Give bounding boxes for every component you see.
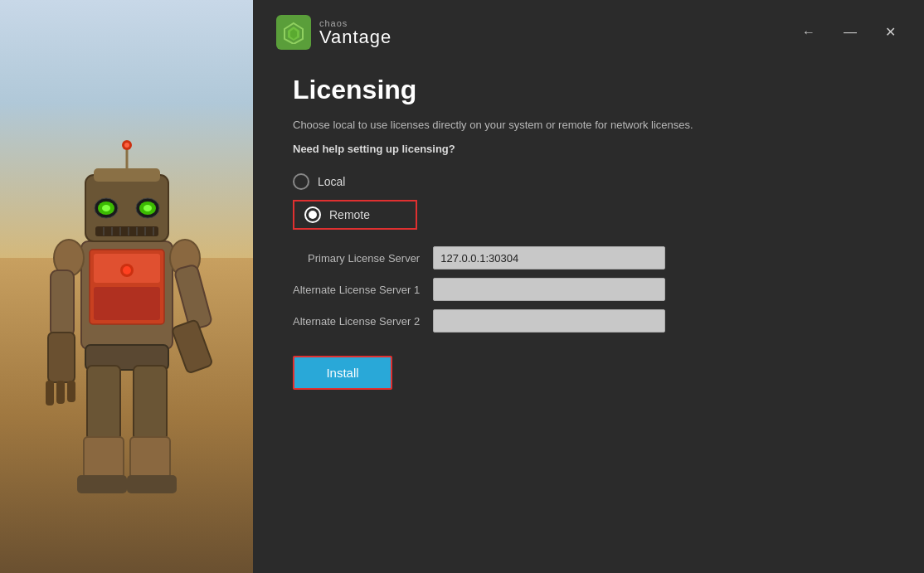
install-button-wrapper: Install [293,356,884,390]
logo-vantage-text: Vantage [319,28,391,46]
svg-point-40 [124,143,129,148]
alt-server-1-label: Alternate License Server 1 [293,284,420,296]
svg-point-10 [102,205,110,211]
main-panel: chaos Vantage ← — ✕ Licensing Choose loc… [253,0,924,573]
svg-rect-35 [127,475,177,493]
primary-server-label: Primary License Server [293,252,420,265]
svg-rect-22 [51,270,74,337]
svg-rect-28 [171,319,212,373]
svg-point-11 [143,205,152,211]
svg-rect-12 [95,226,158,236]
logo-text: chaos Vantage [319,19,391,46]
minimize-button[interactable]: — [839,24,862,41]
alt-server-2-label: Alternate License Server 2 [293,315,420,328]
help-link[interactable]: Need help setting up licensing? [293,143,884,155]
radio-local-circle [293,173,309,190]
svg-rect-23 [48,333,75,382]
svg-point-37 [123,266,131,274]
primary-server-input[interactable] [433,246,665,270]
install-button[interactable]: Install [293,356,392,390]
radio-group: Local Remote [293,173,884,230]
svg-rect-31 [84,437,124,478]
svg-rect-3 [94,287,160,320]
radio-remote-circle [304,206,321,223]
alt-server-1-input[interactable] [433,278,665,301]
svg-rect-25 [56,381,65,404]
description-text: Choose local to use licenses directly on… [293,119,757,131]
chaos-logo-icon [276,15,311,50]
title-bar: chaos Vantage ← — ✕ [253,0,924,58]
radio-remote[interactable]: Remote [293,200,417,230]
close-button[interactable]: ✕ [880,24,901,41]
logo-area: chaos Vantage [276,15,391,50]
radio-local-label: Local [318,175,345,188]
svg-rect-24 [46,381,54,405]
svg-rect-33 [134,366,167,440]
svg-rect-26 [67,381,75,402]
robot-illustration [36,92,218,573]
svg-rect-34 [130,437,170,478]
svg-rect-30 [87,366,120,440]
window-controls: ← — ✕ [797,24,901,41]
radio-local[interactable]: Local [293,173,884,190]
content-area: Licensing Choose local to use licenses d… [253,58,924,573]
radio-remote-label: Remote [329,208,370,221]
back-button[interactable]: ← [797,24,820,41]
svg-rect-5 [94,168,160,182]
alt-server-2-input[interactable] [433,309,665,333]
page-title: Licensing [293,75,884,105]
server-fields: Primary License Server Alternate License… [293,246,774,333]
hero-image-panel [0,0,253,573]
svg-rect-32 [77,475,127,493]
